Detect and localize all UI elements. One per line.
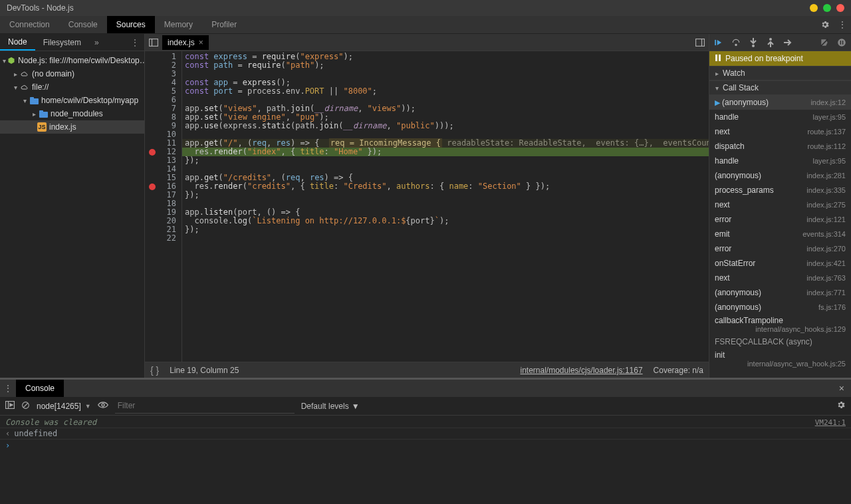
deactivate-breakpoints-icon[interactable] — [818, 36, 831, 49]
callstack-frame[interactable]: FSREQCALLBACK (async) — [709, 334, 851, 349]
tree-file-scheme[interactable]: ▾ file:// — [0, 80, 144, 94]
callstack-frame[interactable]: handlelayer.js:95 — [709, 154, 851, 168]
toggle-debugger-icon[interactable] — [691, 39, 709, 47]
caret-down-icon: ▼ — [85, 403, 91, 410]
callstack-frame[interactable]: nextroute.js:137 — [709, 124, 851, 139]
console-message: Console was cleared VM241:1 — [0, 417, 851, 428]
svg-rect-15 — [842, 41, 843, 45]
coverage-status: Coverage: n/a — [654, 366, 703, 375]
code-line[interactable]: res.render("credits", { title: "Credits"… — [182, 182, 709, 191]
window-maximize[interactable] — [823, 4, 831, 12]
pretty-print-icon[interactable]: { } — [150, 365, 159, 376]
pause-exceptions-icon[interactable] — [835, 36, 848, 49]
console-settings-icon[interactable] — [836, 400, 846, 412]
callstack-frame[interactable]: callbackTrampolineinternal/async_hooks.j… — [709, 315, 851, 334]
code-line[interactable]: }); — [182, 156, 709, 165]
svg-point-21 — [23, 402, 29, 408]
more-vertical-icon[interactable]: ⋮ — [834, 16, 851, 33]
cursor-position: Line 19, Column 25 — [170, 366, 239, 375]
step-into-icon[interactable] — [747, 36, 760, 49]
console-prompt[interactable]: › — [0, 440, 851, 451]
callstack-frame[interactable]: errorindex.js:121 — [709, 212, 851, 227]
tree-label: (no domain) — [32, 69, 74, 78]
console-source-link[interactable]: VM241:1 — [815, 418, 846, 427]
window-minimize[interactable] — [810, 4, 818, 12]
editor-tab-indexjs[interactable]: index.js × — [162, 35, 209, 50]
code-line[interactable]: }); — [182, 191, 709, 199]
clear-console-icon[interactable] — [21, 401, 30, 412]
tree-root[interactable]: ▾ Node.js: file:///home/cwilv/Desktop… — [0, 54, 144, 67]
code-editor[interactable]: 12345678910111213141516171819202122 cons… — [145, 51, 709, 362]
step-out-icon[interactable] — [764, 36, 777, 49]
callstack-frame[interactable]: nextindex.js:275 — [709, 197, 851, 212]
callstack-frame[interactable]: emitevents.js:314 — [709, 227, 851, 241]
tree-myapp[interactable]: ▾ home/cwilv/Desktop/myapp — [0, 94, 144, 107]
console-filter-input[interactable] — [115, 398, 295, 414]
drawer-tab-console[interactable]: Console — [16, 380, 64, 397]
step-over-icon[interactable] — [729, 36, 743, 49]
close-tab-icon[interactable]: × — [199, 38, 203, 47]
tree-node-modules[interactable]: ▸ node_modules — [0, 107, 144, 120]
tab-connection[interactable]: Connection — [0, 16, 59, 33]
callstack-frame[interactable]: ▶(anonymous)index.js:12 — [709, 95, 851, 110]
callstack-frame[interactable]: onStatErrorindex.js:421 — [709, 256, 851, 271]
tab-sources[interactable]: Sources — [107, 16, 155, 33]
loader-link[interactable]: internal/modules/cjs/loader.js:1167 — [521, 366, 643, 375]
levels-label: Default levels — [301, 402, 349, 411]
svg-rect-17 — [719, 55, 721, 61]
resume-icon[interactable] — [712, 36, 725, 49]
step-icon[interactable] — [781, 36, 794, 49]
code-line[interactable]: const path = require("path"); — [182, 61, 709, 70]
callstack-frame[interactable]: process_paramsindex.js:335 — [709, 183, 851, 197]
panel-tabstrip: Connection Console Sources Memory Profil… — [0, 16, 851, 34]
callstack-frame[interactable]: nextindex.js:763 — [709, 271, 851, 285]
pause-banner-text: Paused on breakpoint — [725, 54, 803, 63]
svg-rect-14 — [840, 41, 841, 45]
svg-rect-0 — [30, 98, 39, 104]
breakpoint-marker[interactable] — [149, 184, 156, 190]
caret-down-icon: ▼ — [352, 402, 360, 411]
tab-profiler[interactable]: Profiler — [202, 16, 246, 33]
tab-console[interactable]: Console — [59, 16, 107, 33]
code-line[interactable] — [182, 234, 709, 243]
code-line[interactable]: }); — [182, 225, 709, 234]
svg-rect-2 — [39, 112, 48, 118]
callstack-frame[interactable]: (anonymous)fs.js:176 — [709, 300, 851, 315]
log-levels-select[interactable]: Default levels ▼ — [301, 402, 360, 411]
callstack-frame[interactable]: errorindex.js:270 — [709, 241, 851, 256]
console-text: Console was cleared — [5, 418, 815, 427]
svg-marker-20 — [10, 404, 13, 406]
watch-header[interactable]: ▸Watch — [709, 66, 851, 80]
drawer-menu-icon[interactable]: ⋮ — [0, 384, 16, 393]
code-line[interactable]: app.use(express.static(path.join(__dirna… — [182, 122, 709, 130]
callstack-frame[interactable]: dispatchroute.js:112 — [709, 139, 851, 154]
svg-point-13 — [838, 39, 846, 47]
navigator-tab-node[interactable]: Node — [0, 34, 35, 51]
code-line[interactable]: res.render("index", { title: "Home" }); — [182, 148, 709, 156]
console-sidebar-icon[interactable] — [5, 401, 15, 411]
callstack-frame[interactable]: (anonymous)index.js:771 — [709, 285, 851, 300]
drawer-close-icon[interactable]: × — [832, 383, 851, 394]
tree-indexjs[interactable]: JS index.js — [0, 120, 144, 134]
tab-memory[interactable]: Memory — [155, 16, 202, 33]
breakpoint-marker[interactable] — [149, 149, 156, 156]
callstack-header[interactable]: ▾Call Stack — [709, 80, 851, 95]
svg-point-10 — [752, 45, 755, 47]
tree-nodomain[interactable]: ▸ (no domain) — [0, 67, 144, 80]
execution-context-select[interactable]: node[14265] ▼ — [37, 402, 91, 411]
svg-rect-6 — [696, 39, 705, 46]
navigator-tab-filesystem[interactable]: Filesystem — [35, 34, 89, 51]
window-close[interactable] — [836, 4, 844, 12]
window-titlebar: DevTools - Node.js — [0, 0, 851, 16]
callstack-frame[interactable]: (anonymous)index.js:281 — [709, 168, 851, 183]
settings-icon[interactable] — [816, 16, 834, 33]
callstack-frame[interactable]: handlelayer.js:95 — [709, 110, 851, 124]
code-line[interactable]: console.log(`Listening on http://127.0.0… — [182, 217, 709, 225]
gutter-line[interactable]: 22 — [145, 234, 182, 243]
toggle-navigator-icon[interactable] — [145, 39, 162, 47]
live-expression-icon[interactable] — [98, 401, 108, 411]
navigator-tabs-more[interactable]: » — [89, 38, 104, 47]
callstack-frame[interactable]: initinternal/async_wra_hook.js:25 — [709, 349, 851, 369]
code-line[interactable]: const port = process.env.PORT || "8000"; — [182, 87, 709, 96]
navigator-menu-icon[interactable]: ⋮ — [126, 38, 144, 47]
